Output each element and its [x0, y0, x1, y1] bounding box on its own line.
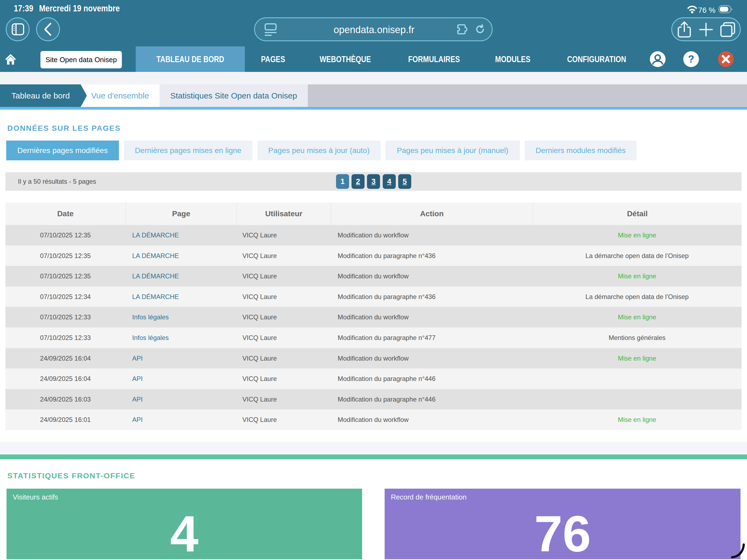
svg-text:76 %: 76 % [698, 6, 716, 15]
